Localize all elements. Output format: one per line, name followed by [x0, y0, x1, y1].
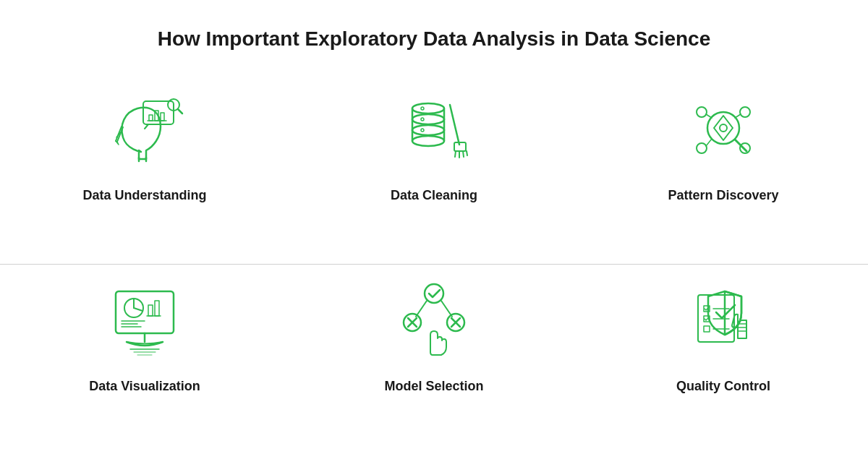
svg-line-47: [134, 308, 142, 311]
page-title: How Important Exploratory Data Analysis …: [129, 0, 740, 74]
item-pattern-discovery: Pattern Discovery: [579, 74, 868, 263]
svg-point-17: [412, 114, 444, 124]
pattern-discovery-icon: [676, 88, 770, 175]
svg-point-34: [740, 107, 750, 117]
svg-point-14: [412, 103, 444, 113]
data-cleaning-icon: [387, 88, 481, 175]
svg-point-39: [720, 124, 727, 132]
quality-control-icon: [676, 279, 770, 366]
svg-rect-72: [704, 326, 710, 332]
svg-line-41: [706, 114, 712, 118]
svg-line-29: [455, 151, 456, 157]
svg-rect-49: [155, 301, 159, 316]
svg-line-9: [178, 109, 182, 113]
model-selection-label: Model Selection: [384, 379, 483, 394]
data-visualization-icon: [98, 279, 192, 366]
model-selection-icon: [387, 279, 481, 366]
data-cleaning-label: Data Cleaning: [391, 188, 477, 203]
svg-line-43: [706, 139, 712, 146]
svg-point-26: [421, 129, 424, 132]
main-grid: Data Understanding: [0, 74, 868, 454]
svg-line-27: [450, 105, 459, 145]
svg-point-33: [697, 107, 707, 117]
item-quality-control: Quality Control: [579, 264, 868, 454]
svg-point-25: [421, 118, 424, 121]
svg-line-60: [441, 301, 452, 317]
svg-point-20: [412, 125, 444, 135]
svg-point-24: [421, 107, 424, 110]
svg-rect-4: [149, 115, 153, 121]
svg-line-42: [735, 114, 741, 118]
svg-rect-6: [161, 113, 164, 121]
data-visualization-label: Data Visualization: [89, 379, 200, 394]
item-data-cleaning: Data Cleaning: [289, 74, 579, 263]
svg-line-59: [416, 301, 427, 317]
svg-point-35: [697, 143, 707, 153]
svg-rect-48: [148, 305, 153, 316]
svg-marker-12: [116, 141, 119, 145]
svg-point-58: [425, 284, 443, 303]
svg-point-23: [412, 136, 444, 146]
svg-line-31: [463, 151, 464, 157]
item-data-visualization: Data Visualization: [0, 264, 289, 454]
data-understanding-label: Data Understanding: [82, 188, 206, 203]
quality-control-label: Quality Control: [676, 379, 770, 394]
data-understanding-icon: [98, 88, 192, 175]
svg-line-32: [467, 151, 467, 155]
item-model-selection: Model Selection: [289, 264, 579, 454]
pattern-discovery-label: Pattern Discovery: [668, 188, 778, 203]
svg-marker-38: [714, 116, 733, 140]
item-data-understanding: Data Understanding: [0, 74, 289, 263]
